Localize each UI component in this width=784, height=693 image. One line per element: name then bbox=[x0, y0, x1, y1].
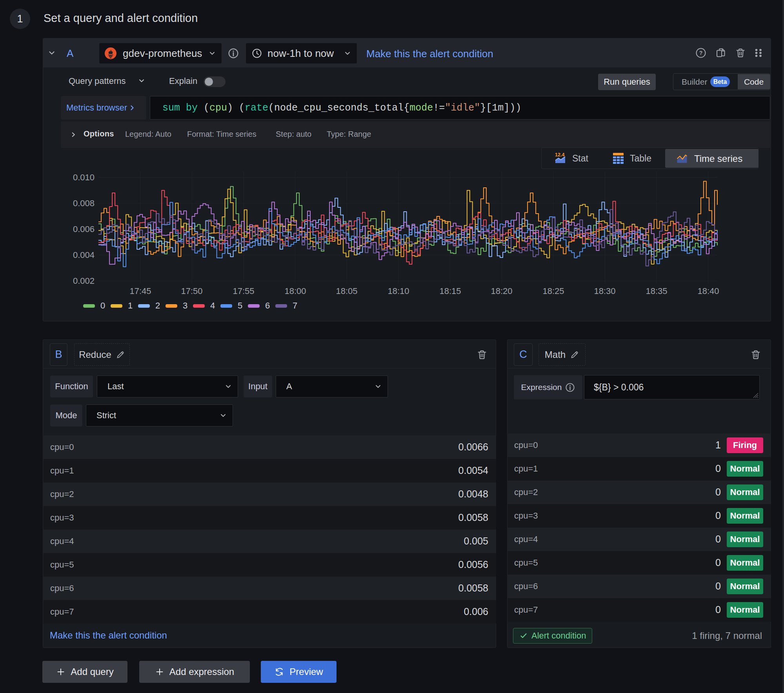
svg-text:12.4: 12.4 bbox=[555, 152, 564, 158]
svg-text:?: ? bbox=[699, 50, 703, 56]
